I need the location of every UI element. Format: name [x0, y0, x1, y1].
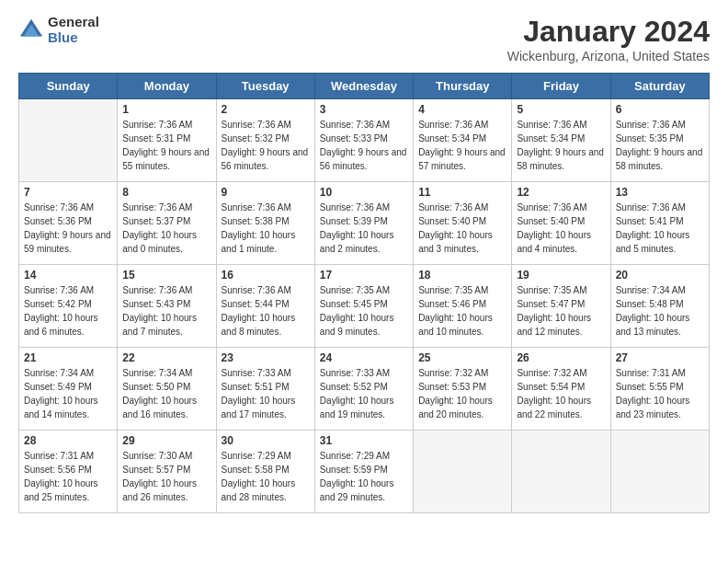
- sunrise-label: Sunrise: 7:36 AM: [320, 120, 390, 130]
- day-number: 2: [222, 103, 310, 116]
- day-number: 10: [320, 186, 408, 199]
- day-number: 21: [24, 351, 112, 364]
- day-info: Sunrise: 7:32 AMSunset: 5:53 PMDaylight:…: [418, 366, 506, 421]
- day-info: Sunrise: 7:30 AMSunset: 5:57 PMDaylight:…: [122, 449, 210, 504]
- calendar-cell: 14Sunrise: 7:36 AMSunset: 5:42 PMDayligh…: [19, 265, 118, 348]
- sunset-label: Sunset: 5:54 PM: [517, 382, 585, 392]
- day-info: Sunrise: 7:31 AMSunset: 5:55 PMDaylight:…: [616, 366, 704, 421]
- sunset-label: Sunset: 5:51 PM: [222, 382, 290, 392]
- daylight-label: Daylight: 10 hours and 8 minutes.: [222, 313, 296, 337]
- logo-general-text: General: [48, 15, 99, 30]
- sunrise-label: Sunrise: 7:34 AM: [122, 368, 192, 378]
- calendar-cell: 30Sunrise: 7:29 AMSunset: 5:58 PMDayligh…: [216, 431, 314, 513]
- day-number: 7: [24, 186, 112, 199]
- calendar-cell: [19, 99, 118, 182]
- calendar-cell: 18Sunrise: 7:35 AMSunset: 5:46 PMDayligh…: [414, 265, 512, 348]
- day-number: 1: [122, 103, 210, 116]
- sunset-label: Sunset: 5:50 PM: [122, 382, 190, 392]
- day-info: Sunrise: 7:29 AMSunset: 5:58 PMDaylight:…: [222, 449, 310, 504]
- sunset-label: Sunset: 5:36 PM: [24, 216, 92, 226]
- sunset-label: Sunset: 5:34 PM: [418, 133, 486, 144]
- col-friday: Friday: [512, 74, 610, 99]
- calendar-cell: 11Sunrise: 7:36 AMSunset: 5:40 PMDayligh…: [414, 182, 512, 265]
- sunset-label: Sunset: 5:56 PM: [24, 465, 92, 475]
- day-info: Sunrise: 7:33 AMSunset: 5:52 PMDaylight:…: [320, 366, 408, 421]
- day-info: Sunrise: 7:36 AMSunset: 5:40 PMDaylight:…: [517, 201, 605, 256]
- calendar-cell: 3Sunrise: 7:36 AMSunset: 5:33 PMDaylight…: [314, 99, 413, 182]
- day-info: Sunrise: 7:36 AMSunset: 5:41 PMDaylight:…: [616, 201, 704, 256]
- calendar-cell: 17Sunrise: 7:35 AMSunset: 5:45 PMDayligh…: [314, 265, 413, 348]
- sunset-label: Sunset: 5:39 PM: [320, 216, 388, 226]
- logo: General Blue: [18, 15, 99, 45]
- calendar-cell: 25Sunrise: 7:32 AMSunset: 5:53 PMDayligh…: [414, 348, 512, 431]
- daylight-label: Daylight: 10 hours and 23 minutes.: [616, 396, 690, 419]
- calendar-cell: 19Sunrise: 7:35 AMSunset: 5:47 PMDayligh…: [512, 265, 610, 348]
- daylight-label: Daylight: 10 hours and 14 minutes.: [24, 396, 98, 419]
- day-info: Sunrise: 7:36 AMSunset: 5:32 PMDaylight:…: [222, 118, 310, 173]
- sunset-label: Sunset: 5:40 PM: [418, 216, 486, 226]
- sunrise-label: Sunrise: 7:31 AM: [24, 451, 94, 461]
- sunrise-label: Sunrise: 7:36 AM: [222, 120, 291, 130]
- logo-text: General Blue: [48, 15, 99, 45]
- sunset-label: Sunset: 5:32 PM: [222, 133, 290, 144]
- week-row-3: 21Sunrise: 7:34 AMSunset: 5:49 PMDayligh…: [19, 348, 710, 431]
- calendar-cell: 5Sunrise: 7:36 AMSunset: 5:34 PMDaylight…: [512, 99, 610, 182]
- day-number: 13: [616, 186, 704, 199]
- sunset-label: Sunset: 5:41 PM: [616, 216, 684, 226]
- day-number: 29: [122, 434, 210, 447]
- daylight-label: Daylight: 9 hours and 58 minutes.: [616, 147, 703, 171]
- calendar-cell: 28Sunrise: 7:31 AMSunset: 5:56 PMDayligh…: [19, 431, 118, 513]
- col-monday: Monday: [118, 74, 216, 99]
- day-number: 22: [122, 351, 210, 364]
- sunset-label: Sunset: 5:52 PM: [320, 382, 388, 392]
- calendar-cell: 24Sunrise: 7:33 AMSunset: 5:52 PMDayligh…: [314, 348, 413, 431]
- calendar-cell: 23Sunrise: 7:33 AMSunset: 5:51 PMDayligh…: [216, 348, 314, 431]
- day-info: Sunrise: 7:29 AMSunset: 5:59 PMDaylight:…: [320, 449, 408, 504]
- sunset-label: Sunset: 5:37 PM: [122, 216, 190, 226]
- daylight-label: Daylight: 10 hours and 19 minutes.: [320, 396, 394, 419]
- sunset-label: Sunset: 5:38 PM: [222, 216, 290, 226]
- calendar-cell: 2Sunrise: 7:36 AMSunset: 5:32 PMDaylight…: [216, 99, 314, 182]
- calendar-cell: 16Sunrise: 7:36 AMSunset: 5:44 PMDayligh…: [216, 265, 314, 348]
- day-number: 17: [320, 269, 408, 282]
- day-number: 19: [517, 269, 605, 282]
- calendar-cell: 6Sunrise: 7:36 AMSunset: 5:35 PMDaylight…: [610, 99, 709, 182]
- sunrise-label: Sunrise: 7:29 AM: [222, 451, 291, 461]
- sunrise-label: Sunrise: 7:32 AM: [517, 368, 586, 378]
- col-sunday: Sunday: [19, 74, 118, 99]
- day-info: Sunrise: 7:36 AMSunset: 5:33 PMDaylight:…: [320, 118, 408, 173]
- daylight-label: Daylight: 10 hours and 13 minutes.: [616, 313, 690, 337]
- daylight-label: Daylight: 10 hours and 0 minutes.: [122, 230, 197, 254]
- sunrise-label: Sunrise: 7:31 AM: [616, 368, 686, 378]
- sunrise-label: Sunrise: 7:36 AM: [222, 285, 291, 295]
- day-info: Sunrise: 7:36 AMSunset: 5:40 PMDaylight:…: [418, 201, 506, 256]
- daylight-label: Daylight: 10 hours and 25 minutes.: [24, 478, 98, 502]
- daylight-label: Daylight: 9 hours and 56 minutes.: [320, 147, 407, 171]
- day-info: Sunrise: 7:36 AMSunset: 5:37 PMDaylight:…: [122, 201, 210, 256]
- daylight-label: Daylight: 10 hours and 6 minutes.: [24, 313, 98, 337]
- logo-icon: [18, 17, 44, 43]
- sunrise-label: Sunrise: 7:30 AM: [122, 451, 192, 461]
- day-number: 11: [418, 186, 506, 199]
- day-info: Sunrise: 7:34 AMSunset: 5:50 PMDaylight:…: [122, 366, 210, 421]
- calendar-cell: [610, 431, 709, 513]
- month-title: January 2024: [507, 15, 710, 49]
- daylight-label: Daylight: 9 hours and 55 minutes.: [122, 147, 210, 171]
- sunrise-label: Sunrise: 7:35 AM: [517, 285, 586, 295]
- daylight-label: Daylight: 9 hours and 56 minutes.: [222, 147, 309, 171]
- location-subtitle: Wickenburg, Arizona, United States: [507, 49, 710, 63]
- calendar-cell: 4Sunrise: 7:36 AMSunset: 5:34 PMDaylight…: [414, 99, 512, 182]
- day-info: Sunrise: 7:36 AMSunset: 5:38 PMDaylight:…: [222, 201, 310, 256]
- day-number: 14: [24, 269, 112, 282]
- sunset-label: Sunset: 5:57 PM: [122, 465, 190, 475]
- sunrise-label: Sunrise: 7:34 AM: [24, 368, 94, 378]
- day-info: Sunrise: 7:33 AMSunset: 5:51 PMDaylight:…: [222, 366, 310, 421]
- daylight-label: Daylight: 10 hours and 26 minutes.: [122, 478, 197, 502]
- col-thursday: Thursday: [414, 74, 512, 99]
- day-info: Sunrise: 7:32 AMSunset: 5:54 PMDaylight:…: [517, 366, 605, 421]
- calendar-cell: 1Sunrise: 7:36 AMSunset: 5:31 PMDaylight…: [118, 99, 216, 182]
- day-info: Sunrise: 7:35 AMSunset: 5:47 PMDaylight:…: [517, 283, 605, 339]
- calendar-body: 1Sunrise: 7:36 AMSunset: 5:31 PMDaylight…: [19, 99, 710, 513]
- calendar-cell: 10Sunrise: 7:36 AMSunset: 5:39 PMDayligh…: [314, 182, 413, 265]
- day-info: Sunrise: 7:36 AMSunset: 5:44 PMDaylight:…: [222, 283, 310, 339]
